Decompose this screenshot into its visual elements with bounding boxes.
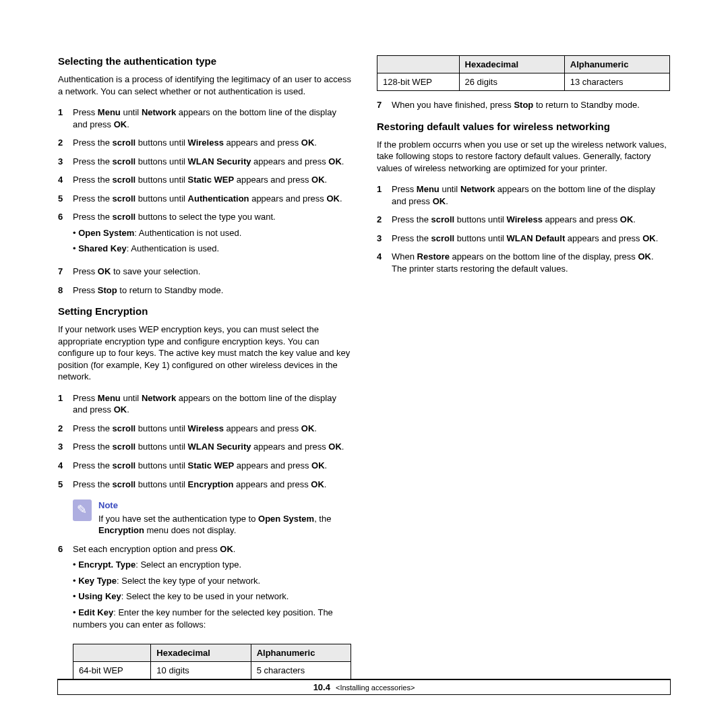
table-64bit-wrap: Hexadecimal Alphanumeric 64-bit WEP 10 d…	[58, 644, 351, 679]
note-box: Note If you have set the authentication …	[73, 499, 351, 537]
table-header-blank	[377, 56, 460, 73]
note-icon	[73, 499, 92, 521]
step-number: 4	[377, 251, 392, 263]
table-cell: 64-bit WEP	[73, 662, 151, 679]
step-item: 2Press the scroll buttons until Wireless…	[58, 423, 351, 435]
step-item: 8Press Stop to return to Standby mode.	[58, 284, 351, 297]
columns: Selecting the authentication type Authen…	[58, 55, 670, 688]
step-number: 4	[58, 174, 73, 186]
steps-encryption-a: 1Press Menu until Network appears on the…	[58, 392, 351, 490]
step-number: 3	[377, 233, 392, 245]
step-body: Press the scroll buttons until Authentic…	[73, 193, 351, 205]
step-item: 3Press the scroll buttons until WLAN Def…	[377, 233, 670, 245]
table-row: Hexadecimal Alphanumeric	[73, 644, 351, 662]
step-7-finish: 7When you have finished, press Stop to r…	[377, 99, 670, 111]
step-number: 7	[58, 266, 73, 278]
heading-encryption: Setting Encryption	[58, 305, 351, 317]
table-header-hex: Hexadecimal	[151, 644, 251, 662]
step-item: 1Press Menu until Network appears on the…	[58, 392, 351, 416]
step-body: Press Menu until Network appears on the …	[73, 392, 351, 416]
bullet-item: Using Key: Select the key to be used in …	[73, 590, 351, 603]
para-encryption-intro: If your network uses WEP encryption keys…	[58, 324, 351, 383]
step-body: Press Menu until Network appears on the …	[73, 107, 351, 130]
table-header-alpha: Alphanumeric	[564, 56, 669, 73]
step-item: 4When Restore appears on the bottom line…	[377, 251, 670, 274]
table-header-hex: Hexadecimal	[459, 56, 564, 73]
step-item: 5Press the scroll buttons until Authenti…	[58, 193, 351, 205]
bullet-item: Open System: Authentication is not used.	[73, 227, 351, 239]
note-text: If you have set the authentication type …	[98, 513, 351, 537]
step-item: 6Set each encryption option and press OK…	[58, 543, 351, 634]
step-body: Press the scroll buttons until Wireless …	[392, 214, 670, 226]
bullet-item: Edit Key: Enter the key number for the s…	[73, 607, 351, 630]
step-item: 1Press Menu until Network appears on the…	[58, 107, 351, 130]
bullet-item: Key Type: Select the key type of your ne…	[73, 575, 351, 587]
step-number: 2	[58, 423, 73, 435]
step-item: 7Press OK to save your selection.	[58, 266, 351, 278]
bullet-item: Encrypt. Type: Select an encryption type…	[73, 559, 351, 571]
step-number: 4	[58, 460, 73, 472]
step-number: 1	[58, 107, 73, 119]
table-header-alpha: Alphanumeric	[251, 644, 351, 662]
step-number: 1	[58, 392, 73, 404]
page-footer: 10.4 <Installing accessories>	[58, 679, 670, 694]
step-number: 2	[58, 137, 73, 149]
step-body: When you have finished, press Stop to re…	[392, 99, 670, 111]
step-item: 5Press the scroll buttons until Encrypti…	[58, 479, 351, 491]
table-row: 128-bit WEP 26 digits 13 characters	[377, 73, 670, 91]
step-body: Press the scroll buttons until WLAN Secu…	[73, 441, 351, 453]
table-cell: 5 characters	[251, 662, 351, 679]
left-column: Selecting the authentication type Authen…	[58, 55, 351, 688]
table-64bit: Hexadecimal Alphanumeric 64-bit WEP 10 d…	[73, 644, 351, 679]
table-cell: 13 characters	[564, 73, 669, 91]
step-number: 7	[377, 99, 392, 111]
note-title: Note	[98, 499, 351, 512]
step-body: Press the scroll buttons until Encryptio…	[73, 479, 351, 491]
bullet-list: Encrypt. Type: Select an encryption type…	[73, 559, 351, 630]
heading-auth-type: Selecting the authentication type	[58, 55, 351, 67]
steps-encryption-b: 6Set each encryption option and press OK…	[58, 543, 351, 634]
step-number: 5	[58, 193, 73, 205]
step-item: 2Press the scroll buttons until Wireless…	[58, 137, 351, 149]
table-cell: 128-bit WEP	[377, 73, 460, 91]
step-number: 6	[58, 543, 73, 555]
step-item: 4Press the scroll buttons until Static W…	[58, 460, 351, 472]
step-number: 1	[377, 183, 392, 195]
step-number: 8	[58, 284, 73, 297]
step-body: Press the scroll buttons until Wireless …	[73, 137, 351, 149]
step-body: Press the scroll buttons until Wireless …	[73, 423, 351, 435]
step-item: 2Press the scroll buttons until Wireless…	[377, 214, 670, 226]
bullet-list: Open System: Authentication is not used.…	[73, 227, 351, 255]
step-body: Press Stop to return to Standby mode.	[73, 284, 351, 297]
right-column: Hexadecimal Alphanumeric 128-bit WEP 26 …	[377, 55, 670, 688]
step-body: Press the scroll buttons until WLAN Secu…	[73, 156, 351, 168]
table-cell: 26 digits	[459, 73, 564, 91]
step-item: 7When you have finished, press Stop to r…	[377, 99, 670, 111]
para-restore-intro: If the problem occurrs when you use or s…	[377, 139, 670, 175]
steps-restore: 1Press Menu until Network appears on the…	[377, 183, 670, 274]
step-item: 6Press the scroll buttons to select the …	[58, 211, 351, 259]
step-body: Press the scroll buttons to select the t…	[73, 211, 351, 259]
step-item: 1Press Menu until Network appears on the…	[377, 183, 670, 207]
table-128bit: Hexadecimal Alphanumeric 128-bit WEP 26 …	[377, 55, 670, 91]
chapter-name: <Installing accessories>	[336, 684, 415, 692]
step-number: 6	[58, 211, 73, 223]
page: Selecting the authentication type Authen…	[0, 0, 728, 728]
steps-auth: 1Press Menu until Network appears on the…	[58, 107, 351, 296]
step-number: 5	[58, 479, 73, 491]
step-body: Press the scroll buttons until WLAN Defa…	[392, 233, 670, 245]
table-header-blank	[73, 644, 151, 662]
table-cell: 10 digits	[151, 662, 251, 679]
step-body: When Restore appears on the bottom line …	[392, 251, 670, 274]
step-body: Press Menu until Network appears on the …	[392, 183, 670, 207]
table-row: Hexadecimal Alphanumeric	[377, 56, 670, 73]
step-number: 2	[377, 214, 392, 226]
table-row: 64-bit WEP 10 digits 5 characters	[73, 662, 351, 679]
heading-restore: Restoring default values for wireless ne…	[377, 121, 670, 132]
step-body: Press the scroll buttons until Static WE…	[73, 460, 351, 472]
para-auth-intro: Authentication is a process of identifyi…	[58, 73, 351, 97]
note-body: Note If you have set the authentication …	[98, 499, 351, 537]
step-item: 3Press the scroll buttons until WLAN Sec…	[58, 441, 351, 453]
step-number: 3	[58, 156, 73, 168]
bullet-item: Shared Key: Authentication is used.	[73, 243, 351, 255]
